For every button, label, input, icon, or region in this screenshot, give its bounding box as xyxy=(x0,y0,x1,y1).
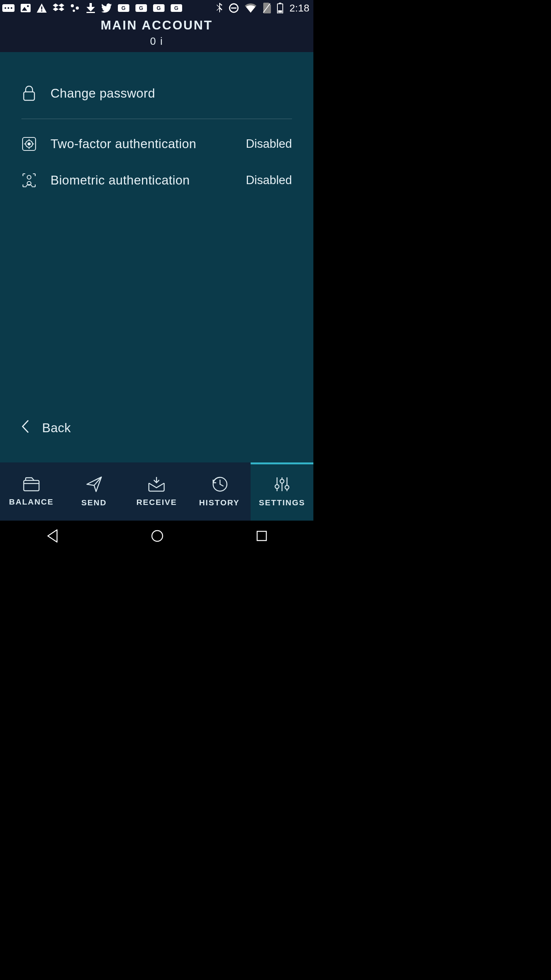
svg-point-3 xyxy=(11,7,12,9)
image-icon xyxy=(21,4,31,12)
dropbox-icon xyxy=(53,3,64,13)
biometric-status: Disabled xyxy=(246,173,292,187)
svg-rect-29 xyxy=(231,8,236,9)
header: MAIN ACCOUNT 0 i xyxy=(0,16,313,52)
android-recents[interactable] xyxy=(256,530,267,542)
badge-g4-icon: G xyxy=(171,4,182,12)
status-left: G G G G xyxy=(2,3,182,13)
account-balance: 0 i xyxy=(0,36,313,47)
svg-point-37 xyxy=(28,143,30,145)
tab-receive-label: RECEIVE xyxy=(136,498,177,507)
tab-balance-label: BALANCE xyxy=(9,497,54,506)
tab-history[interactable]: HISTORY xyxy=(188,462,251,521)
biometric-row[interactable]: Biometric authentication Disabled xyxy=(0,162,313,199)
svg-point-54 xyxy=(285,485,289,489)
two-factor-row[interactable]: Two-factor authentication Disabled xyxy=(0,126,313,162)
svg-rect-57 xyxy=(257,531,266,541)
bottom-nav: BALANCE SEND RECEIVE HISTORY SETTINGS xyxy=(0,462,313,521)
settings-list: Change password Two-factor authenticatio… xyxy=(0,75,313,199)
svg-point-16 xyxy=(73,10,75,12)
android-nav-bar xyxy=(0,521,313,551)
tab-receive[interactable]: RECEIVE xyxy=(126,462,188,521)
tab-send[interactable]: SEND xyxy=(63,462,126,521)
battery-icon xyxy=(277,3,283,13)
svg-point-53 xyxy=(280,479,284,483)
status-right: 2:18 xyxy=(217,2,310,14)
svg-text:G: G xyxy=(174,5,178,11)
badge-g2-icon: G xyxy=(135,4,147,12)
svg-marker-55 xyxy=(48,530,57,542)
svg-point-14 xyxy=(71,4,74,7)
badge-g1-icon: G xyxy=(118,4,129,12)
warning-icon xyxy=(37,3,47,13)
biometric-label: Biometric authentication xyxy=(51,173,232,188)
svg-rect-33 xyxy=(278,10,282,13)
tab-settings-label: SETTINGS xyxy=(259,498,305,507)
svg-point-15 xyxy=(76,7,79,10)
change-password-label: Change password xyxy=(51,86,292,101)
svg-rect-4 xyxy=(21,4,31,12)
tab-history-label: HISTORY xyxy=(199,498,240,507)
svg-rect-9 xyxy=(41,10,42,11)
svg-point-2 xyxy=(8,7,9,9)
svg-rect-34 xyxy=(24,92,34,100)
two-factor-status: Disabled xyxy=(246,137,292,151)
settings-icon xyxy=(274,476,290,493)
tab-settings[interactable]: SETTINGS xyxy=(251,462,313,521)
receive-icon xyxy=(148,476,165,492)
svg-text:G: G xyxy=(156,5,161,11)
download-icon xyxy=(86,3,95,13)
dnd-icon xyxy=(229,3,239,13)
svg-text:G: G xyxy=(121,5,126,11)
dots-icon xyxy=(70,4,80,12)
no-sim-icon xyxy=(262,3,271,13)
svg-point-52 xyxy=(275,485,279,488)
wifi-icon xyxy=(245,3,256,13)
twitter-icon xyxy=(101,3,112,13)
svg-point-42 xyxy=(27,175,31,179)
authenticator-icon xyxy=(21,137,37,151)
svg-rect-44 xyxy=(24,480,39,491)
back-label: Back xyxy=(42,421,71,435)
back-button[interactable]: Back xyxy=(0,411,92,445)
android-status-bar: G G G G 2:18 xyxy=(0,0,313,16)
divider xyxy=(21,119,292,119)
svg-marker-12 xyxy=(53,7,59,11)
svg-marker-18 xyxy=(86,7,95,11)
bluetooth-icon xyxy=(217,3,223,13)
app-body: Change password Two-factor authenticatio… xyxy=(0,52,313,462)
svg-marker-10 xyxy=(53,3,59,7)
svg-rect-8 xyxy=(41,7,42,10)
chevron-left-icon xyxy=(21,420,29,436)
history-icon xyxy=(211,476,228,493)
svg-marker-11 xyxy=(59,3,64,7)
send-icon xyxy=(86,476,103,493)
badge-g3-icon: G xyxy=(153,4,165,12)
more-icon xyxy=(2,4,15,12)
svg-point-56 xyxy=(152,531,163,541)
svg-text:G: G xyxy=(139,5,143,11)
two-factor-label: Two-factor authentication xyxy=(51,137,232,151)
svg-rect-19 xyxy=(86,12,95,13)
wallet-icon xyxy=(23,477,40,492)
svg-marker-13 xyxy=(59,7,64,11)
account-title: MAIN ACCOUNT xyxy=(0,18,313,33)
status-clock: 2:18 xyxy=(289,2,310,14)
svg-point-6 xyxy=(27,5,29,7)
tab-balance[interactable]: BALANCE xyxy=(0,462,63,521)
biometric-icon xyxy=(21,173,37,188)
android-home[interactable] xyxy=(151,529,164,542)
lock-icon xyxy=(21,86,37,101)
android-back[interactable] xyxy=(46,529,59,543)
tab-send-label: SEND xyxy=(82,498,107,507)
change-password-row[interactable]: Change password xyxy=(0,75,313,112)
svg-point-1 xyxy=(5,7,6,9)
